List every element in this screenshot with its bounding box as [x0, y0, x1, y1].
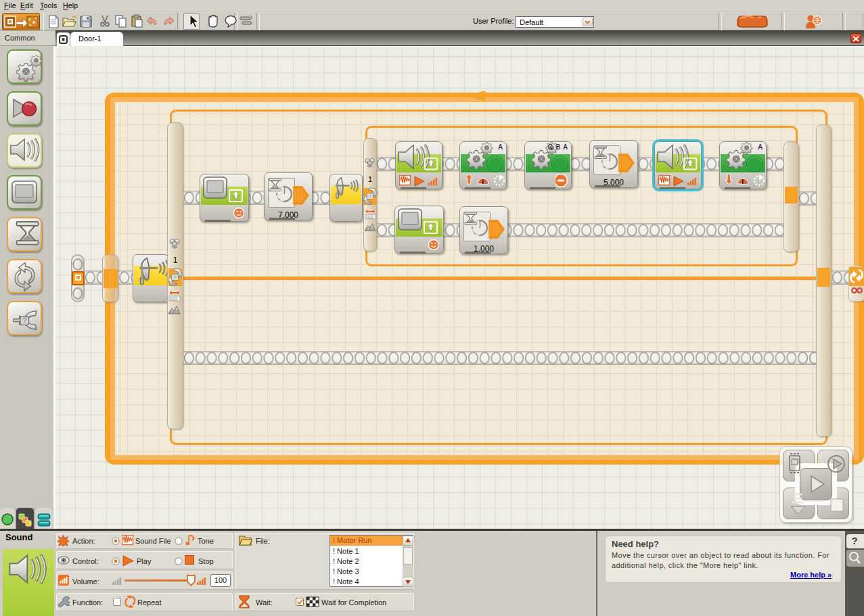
svg-text:?: ? [851, 535, 857, 546]
